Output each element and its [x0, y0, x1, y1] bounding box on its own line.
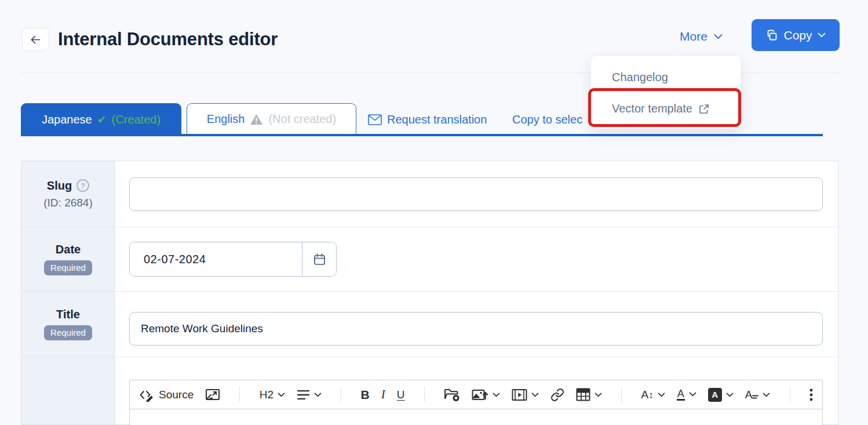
copy-label: Copy — [783, 28, 812, 42]
alignment-dropdown[interactable] — [297, 390, 322, 400]
calendar-picker-button[interactable] — [302, 242, 336, 276]
background-color-icon: A — [708, 388, 722, 402]
editor-content-area[interactable] — [129, 409, 823, 425]
title-label-cell: Title Required — [21, 292, 115, 357]
warning-icon — [250, 114, 263, 125]
source-editing-button[interactable]: Source — [139, 388, 194, 402]
more-label: More — [680, 30, 707, 43]
editor-toolbar: Source H2 — [129, 380, 823, 409]
request-translation-label: Request translation — [387, 113, 487, 126]
image-upload-icon — [472, 388, 488, 402]
copy-to-selected-label: Copy to selec — [512, 113, 582, 126]
tab-label: English — [207, 112, 245, 126]
chevron-down-icon — [714, 34, 723, 39]
toolbar-separator — [621, 387, 622, 402]
heading-dropdown[interactable]: H2 — [260, 388, 285, 401]
toolbar-separator — [341, 387, 341, 402]
form-row-body: Source H2 — [21, 357, 838, 424]
tab-status: (Not created) — [268, 112, 336, 126]
folder-plus-icon — [444, 388, 460, 402]
chevron-down-icon — [595, 393, 602, 397]
font-size-dropdown[interactable]: A↕ — [641, 388, 665, 401]
font-color-dropdown[interactable]: A — [677, 388, 696, 401]
more-dropdown-menu: Changelog Vector template — [590, 55, 741, 129]
tab-japanese[interactable]: Japanese ✔ (Created) — [21, 103, 181, 136]
toolbar-more-button[interactable] — [809, 388, 813, 402]
slug-id-text: (ID: 2684) — [43, 197, 92, 209]
table-dropdown[interactable] — [576, 388, 602, 401]
external-link-icon — [698, 103, 710, 115]
arrow-left-icon — [30, 35, 41, 44]
underline-button[interactable]: U — [397, 388, 405, 401]
chevron-down-icon — [314, 393, 322, 397]
table-icon — [576, 388, 590, 401]
bold-button[interactable]: B — [361, 388, 370, 402]
body-label-cell — [21, 357, 115, 424]
chevron-down-icon — [763, 393, 770, 397]
chevron-down-icon — [658, 393, 665, 397]
slug-label: Slug — [47, 179, 72, 192]
source-label: Source — [159, 388, 194, 401]
date-label-cell: Date Required — [21, 227, 115, 291]
menu-item-label: Changelog — [612, 71, 668, 84]
slug-label-cell: Slug ? (ID: 2684) — [21, 161, 115, 227]
chevron-down-icon — [818, 32, 826, 38]
back-button[interactable] — [22, 28, 49, 51]
chevron-down-icon — [493, 393, 500, 397]
required-badge: Required — [44, 260, 92, 275]
mail-icon — [368, 114, 382, 125]
chevron-down-icon — [689, 392, 696, 397]
maximize-icon[interactable] — [205, 388, 220, 401]
more-menu-button[interactable]: More — [680, 28, 723, 45]
date-input[interactable] — [130, 242, 302, 276]
kebab-menu-icon — [809, 388, 813, 402]
page-title: Internal Documents editor — [58, 29, 278, 50]
menu-item-changelog[interactable]: Changelog — [591, 64, 741, 90]
slug-input[interactable] — [129, 177, 823, 211]
chevron-down-icon — [726, 393, 734, 397]
date-label: Date — [56, 243, 81, 256]
image-upload-dropdown[interactable] — [472, 388, 500, 402]
align-text-icon — [297, 390, 310, 400]
toolbar-separator — [424, 387, 425, 402]
copy-to-selected-button[interactable]: Copy to selec — [512, 111, 582, 128]
form-row-title: Title Required — [21, 292, 838, 357]
tab-english[interactable]: English (Not created) — [187, 103, 356, 135]
required-badge: Required — [44, 325, 92, 340]
tab-status: (Created) — [112, 113, 161, 126]
toolbar-separator — [239, 387, 240, 402]
link-button[interactable] — [550, 388, 564, 402]
media-embed-dropdown[interactable] — [512, 388, 539, 401]
heading-value: H2 — [260, 388, 273, 401]
menu-item-label: Vector template — [612, 102, 692, 115]
background-color-dropdown[interactable]: A — [708, 388, 734, 402]
form-row-date: Date Required — [21, 227, 838, 292]
title-input[interactable] — [129, 312, 823, 346]
chevron-down-icon — [278, 393, 285, 397]
title-label: Title — [56, 308, 80, 321]
font-color-icon: A — [677, 388, 685, 401]
font-family-dropdown[interactable]: A — [745, 388, 771, 401]
file-browser-button[interactable] — [444, 388, 460, 402]
document-form: Slug ? (ID: 2684) Date Required — [21, 161, 838, 425]
video-icon — [512, 388, 527, 401]
source-code-icon — [139, 388, 155, 402]
toolbar-separator — [790, 387, 790, 402]
font-size-icon: A↕ — [641, 388, 654, 401]
tabs-underline — [21, 134, 823, 136]
date-field-group — [129, 242, 337, 277]
copy-icon — [765, 29, 778, 42]
italic-button[interactable]: I — [381, 387, 385, 402]
font-family-icon: A — [745, 388, 759, 401]
check-icon: ✔ — [97, 113, 107, 126]
chevron-down-icon — [531, 393, 539, 397]
form-row-slug: Slug ? (ID: 2684) — [21, 161, 838, 227]
copy-button[interactable]: Copy — [752, 19, 840, 51]
help-icon[interactable]: ? — [76, 179, 89, 192]
link-icon — [550, 388, 564, 402]
request-translation-button[interactable]: Request translation — [368, 111, 487, 128]
menu-item-vector-template[interactable]: Vector template — [591, 96, 741, 122]
calendar-icon — [312, 252, 327, 267]
tab-label: Japanese — [42, 113, 92, 126]
